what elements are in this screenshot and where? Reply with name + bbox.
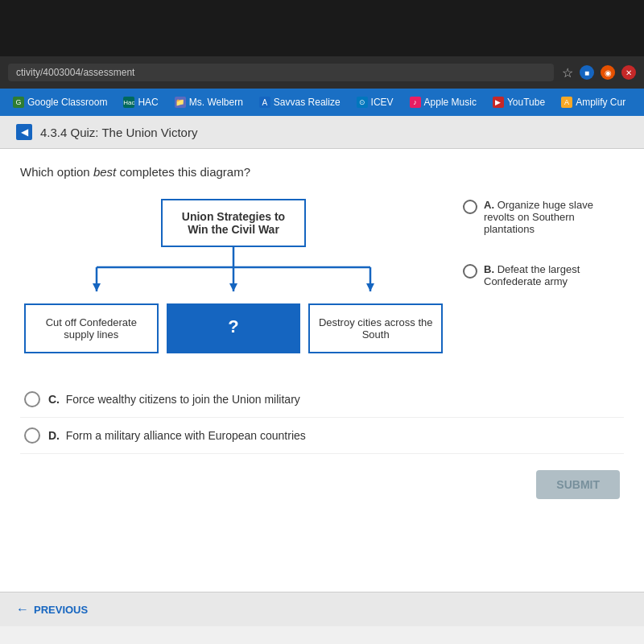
previous-label: PREVIOUS	[34, 604, 88, 616]
svg-marker-6	[229, 283, 237, 291]
option-c[interactable]: C. Force wealthy citizens to join the Un…	[20, 382, 624, 418]
left-box-text: Cut off Confederate supply lines	[46, 316, 137, 341]
bookmark-label: Savvas Realize	[274, 97, 341, 108]
bookmark-label: ICEV	[371, 97, 394, 108]
apple-music-icon: ♪	[410, 97, 421, 108]
bookmark-label: Amplify Cur	[576, 97, 625, 108]
quiz-header: ◀ 4.3.4 Quiz: The Union Victory	[0, 116, 644, 149]
option-a[interactable]: A. Organize huge slave revolts on Southe…	[463, 199, 624, 235]
right-box-text: Destroy cities across the South	[319, 316, 433, 341]
browser-icon-red[interactable]: ✕	[621, 65, 636, 80]
bookmark-hac[interactable]: Hac HAC	[117, 94, 164, 110]
bookmark-ms-welbern[interactable]: 📁 Ms. Welbern	[168, 94, 250, 110]
option-a-text: A. Organize huge slave revolts on Southe…	[484, 199, 624, 235]
right-box: Destroy cities across the South	[308, 303, 443, 353]
bookmark-youtube[interactable]: ▶ YouTube	[486, 94, 551, 110]
bookmark-icev[interactable]: ⊙ ICEV	[350, 94, 400, 110]
bottom-boxes: Cut off Confederate supply lines ? Destr…	[24, 303, 443, 353]
icev-icon: ⊙	[357, 97, 368, 108]
bookmark-apple-music[interactable]: ♪ Apple Music	[403, 94, 483, 110]
browser-icon-blue[interactable]: ■	[580, 65, 594, 80]
option-d[interactable]: D. Form a military alliance with Europea…	[20, 418, 624, 454]
savvas-icon: A	[259, 97, 270, 108]
bookmark-label: YouTube	[507, 97, 545, 108]
browser-icon-orange[interactable]: ◉	[601, 65, 615, 80]
bookmark-label: Ms. Welbern	[189, 97, 243, 108]
option-d-text: D. Form a military alliance with Europea…	[48, 429, 306, 442]
bookmark-label: HAC	[138, 97, 158, 108]
option-b[interactable]: B. Defeat the largest Confederate army	[463, 263, 624, 287]
radio-a[interactable]	[463, 200, 477, 214]
prev-arrow-icon: ←	[16, 602, 29, 617]
diagram-container: Union Strategies to Win the Civil War	[20, 199, 624, 353]
option-b-text: B. Defeat the largest Confederate army	[484, 263, 624, 287]
main-content: ◀ 4.3.4 Quiz: The Union Victory Which op…	[0, 116, 644, 644]
quiz-title: 4.3.4 Quiz: The Union Victory	[40, 126, 197, 139]
svg-marker-5	[93, 283, 101, 291]
hac-icon: Hac	[123, 97, 134, 108]
middle-box: ?	[167, 303, 301, 353]
bookmark-amplify[interactable]: A Amplify Cur	[555, 94, 632, 110]
quiz-icon: ◀	[16, 124, 32, 140]
browser-icons: ☆ ■ ◉ ✕	[562, 65, 636, 80]
address-bar[interactable]: ctivity/4003004/assessment	[8, 64, 554, 81]
youtube-icon: ▶	[493, 97, 504, 108]
address-text: ctivity/4003004/assessment	[16, 67, 134, 78]
star-icon[interactable]: ☆	[562, 65, 573, 80]
previous-button[interactable]: ← PREVIOUS	[16, 602, 628, 617]
top-bar	[0, 0, 644, 56]
bookmark-label: Apple Music	[424, 97, 477, 108]
top-box-text: Union Strategies to Win the Civil War	[182, 210, 285, 236]
radio-b[interactable]	[463, 264, 477, 279]
google-classroom-icon: G	[13, 97, 24, 108]
bookmark-label: Google Classroom	[27, 97, 107, 108]
submit-area: SUBMIT	[20, 458, 624, 511]
diagram-connectors	[24, 247, 443, 303]
svg-marker-7	[366, 283, 374, 291]
radio-c[interactable]	[24, 391, 40, 407]
question-text: Which option best completes this diagram…	[20, 165, 624, 179]
middle-box-text: ?	[228, 316, 238, 336]
bookmark-savvas[interactable]: A Savvas Realize	[253, 94, 347, 110]
quiz-body: Which option best completes this diagram…	[0, 149, 644, 592]
top-box: Union Strategies to Win the Civil War	[161, 199, 306, 247]
bottom-options: C. Force wealthy citizens to join the Un…	[20, 378, 624, 458]
folder-icon: 📁	[175, 97, 186, 108]
amplify-icon: A	[561, 97, 572, 108]
left-box: Cut off Confederate supply lines	[24, 303, 159, 353]
diagram-left: Union Strategies to Win the Civil War	[20, 199, 447, 353]
bookmark-google-classroom[interactable]: G Google Classroom	[6, 94, 114, 110]
nav-bar: ← PREVIOUS	[0, 592, 644, 626]
bookmarks-bar: G Google Classroom Hac HAC 📁 Ms. Welbern…	[0, 89, 644, 116]
options-right: A. Organize huge slave revolts on Southe…	[463, 199, 624, 353]
radio-d[interactable]	[24, 427, 40, 444]
browser-chrome: ctivity/4003004/assessment ☆ ■ ◉ ✕	[0, 56, 644, 89]
option-c-text: C. Force wealthy citizens to join the Un…	[48, 393, 300, 406]
submit-button[interactable]: SUBMIT	[536, 470, 620, 499]
